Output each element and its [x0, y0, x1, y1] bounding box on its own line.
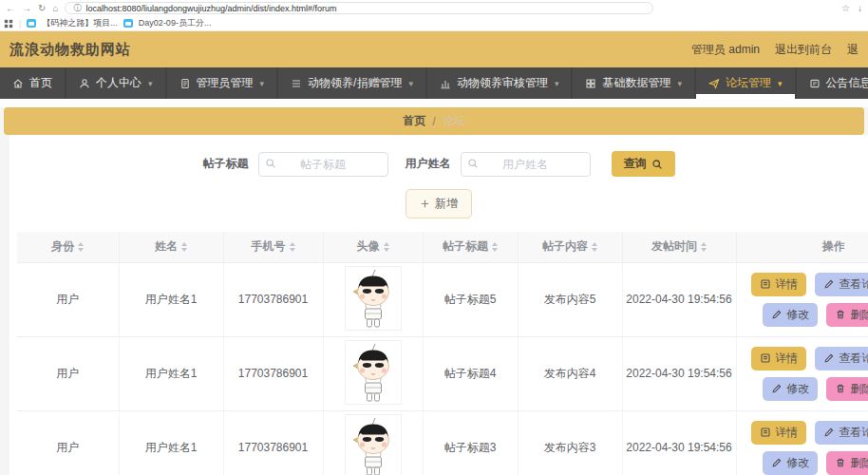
column-header[interactable]: 发帖时间	[622, 232, 736, 262]
column-header-label: 操作	[822, 238, 845, 255]
nav-item-home[interactable]: 首页	[0, 67, 66, 99]
cell-post-content: 发布内容5	[518, 262, 622, 336]
sort-icon[interactable]	[492, 242, 498, 252]
cell-post-time: 2022-04-30 19:54:56	[622, 262, 736, 336]
nav-item-profile[interactable]: 个人中心▾	[66, 67, 167, 99]
column-header[interactable]: 帖子内容	[518, 232, 622, 262]
address-bar[interactable]: ⓘ localhost:8080/liulangdongwujiuzhug/ad…	[65, 2, 653, 14]
nav-item-label: 首页	[29, 75, 52, 91]
detail-icon	[760, 352, 771, 364]
sort-icon[interactable]	[701, 242, 707, 252]
nav-item-adopt-review-mgmt[interactable]: 动物领养审核管理▾	[427, 67, 574, 99]
exit-to-front-link[interactable]: 退出到前台	[775, 42, 832, 58]
detail-button[interactable]: 详情	[751, 421, 806, 445]
user-name-input[interactable]	[461, 152, 591, 177]
column-header[interactable]: 姓名	[119, 232, 223, 262]
grid-icon	[585, 78, 596, 89]
breadcrumb-separator: /	[432, 115, 435, 128]
button-label: 删除帖子	[850, 455, 868, 471]
nav-item-notice-mgmt[interactable]: 公告信息管理▾	[797, 67, 868, 99]
delete-post-button[interactable]: 删除帖子	[826, 451, 868, 475]
edit-button[interactable]: 修改	[763, 377, 818, 401]
post-title-input[interactable]	[258, 152, 388, 177]
forward-icon[interactable]: →	[22, 4, 31, 13]
cell-post-title: 帖子标题3	[423, 410, 518, 475]
nav-item-admin-mgmt[interactable]: 管理员管理▾	[167, 67, 279, 99]
cell-name: 用户姓名1	[119, 410, 223, 475]
view-forum-replies-button[interactable]: 查看论坛回复	[815, 421, 868, 445]
breadcrumb-home-link[interactable]: 首页	[403, 113, 425, 129]
sort-icon[interactable]	[78, 242, 84, 252]
url-text: localhost:8080/liulangdongwujiuzhug/admi…	[85, 4, 336, 13]
sort-icon[interactable]	[592, 242, 597, 252]
back-icon[interactable]: ←	[6, 4, 15, 13]
trash-icon	[835, 309, 846, 320]
button-label: 详情	[775, 425, 798, 441]
document-icon	[179, 78, 191, 89]
nav-item-adopt-donate-mgmt[interactable]: 动物领养/捐赠管理▾	[278, 67, 427, 99]
breadcrumb: 首页 / 论坛	[4, 107, 864, 135]
detail-button[interactable]: 详情	[751, 273, 806, 296]
column-header-label: 手机号	[252, 238, 286, 255]
favorites-icon[interactable]: ☆	[841, 4, 850, 13]
bookmark-item[interactable]: 【码神之路】项目...	[42, 17, 118, 29]
trash-icon	[835, 383, 846, 394]
column-header[interactable]: 帖子标题	[423, 232, 518, 262]
browser-home-icon[interactable]: ⌂	[52, 4, 58, 13]
query-button[interactable]: 查询	[612, 151, 675, 177]
refresh-icon[interactable]: ↻	[38, 4, 46, 13]
nav-item-forum-mgmt[interactable]: 论坛管理▾	[696, 67, 797, 99]
cell-avatar	[323, 336, 423, 410]
column-header[interactable]: 身份	[17, 232, 119, 262]
cell-name: 用户姓名1	[119, 336, 223, 410]
delete-post-button[interactable]: 删除帖子	[826, 303, 868, 327]
sort-icon[interactable]	[181, 242, 187, 252]
menu-icon	[291, 78, 302, 89]
column-header[interactable]: 头像	[323, 232, 423, 262]
nav-item-label: 个人中心	[96, 75, 142, 91]
cell-post-time: 2022-04-30 19:54:56	[622, 336, 736, 410]
cell-identity: 用户	[17, 410, 119, 475]
view-forum-replies-button[interactable]: 查看论坛回复	[815, 347, 868, 370]
table-row: 用户用户姓名117703786901 帖子标题3发布内容32022-04-30 …	[17, 410, 868, 475]
cell-post-title: 帖子标题5	[423, 262, 518, 336]
sort-icon[interactable]	[384, 242, 389, 252]
user-name-field-wrap	[461, 152, 591, 177]
pencil-icon	[771, 309, 783, 320]
column-header: 操作	[736, 232, 868, 262]
cell-identity: 用户	[17, 262, 119, 336]
chevron-down-icon: ▾	[408, 79, 413, 88]
downloads-icon[interactable]: ↓	[858, 4, 862, 13]
pencil-icon	[823, 278, 835, 290]
table-header-row: 身份姓名手机号头像帖子标题帖子内容发帖时间操作	[17, 232, 868, 262]
chevron-down-icon: ▾	[677, 79, 682, 88]
cell-operations: 详情查看论坛回复修改删除帖子	[736, 262, 868, 336]
view-forum-replies-button[interactable]: 查看论坛回复	[815, 273, 868, 296]
cell-post-content: 发布内容4	[518, 336, 622, 410]
chevron-down-icon: ▾	[778, 79, 783, 88]
button-label: 查看论坛回复	[839, 351, 868, 367]
content-panel: 帖子标题 用户姓名 查询 新增 身份姓名手机号头像帖子标题帖子内容发帖时间操作 …	[9, 135, 868, 475]
logout-link[interactable]: 退	[847, 42, 859, 58]
button-label: 修改	[786, 381, 809, 397]
nav-item-label: 论坛管理	[726, 75, 771, 91]
button-label: 修改	[786, 455, 809, 471]
cell-post-time: 2022-04-30 19:54:56	[622, 410, 736, 475]
divider: |	[19, 19, 21, 28]
add-button[interactable]: 新增	[406, 189, 472, 218]
cartoon-avatar	[346, 341, 401, 404]
apps-grid-icon[interactable]	[4, 19, 13, 28]
detail-button[interactable]: 详情	[751, 347, 806, 370]
nav-item-label: 公告信息管理	[826, 75, 868, 91]
site-info-icon[interactable]: ⓘ	[73, 3, 81, 13]
nav-item-base-data-mgmt[interactable]: 基础数据管理▾	[573, 67, 696, 99]
search-icon	[265, 158, 276, 169]
search-icon	[651, 159, 663, 170]
delete-post-button[interactable]: 删除帖子	[826, 377, 868, 401]
column-header[interactable]: 手机号	[223, 232, 323, 262]
sort-icon[interactable]	[290, 242, 295, 252]
edit-button[interactable]: 修改	[763, 451, 818, 475]
chart-icon	[440, 78, 451, 89]
edit-button[interactable]: 修改	[763, 303, 818, 327]
bookmark-item[interactable]: Day02-09-员工分...	[139, 17, 212, 29]
